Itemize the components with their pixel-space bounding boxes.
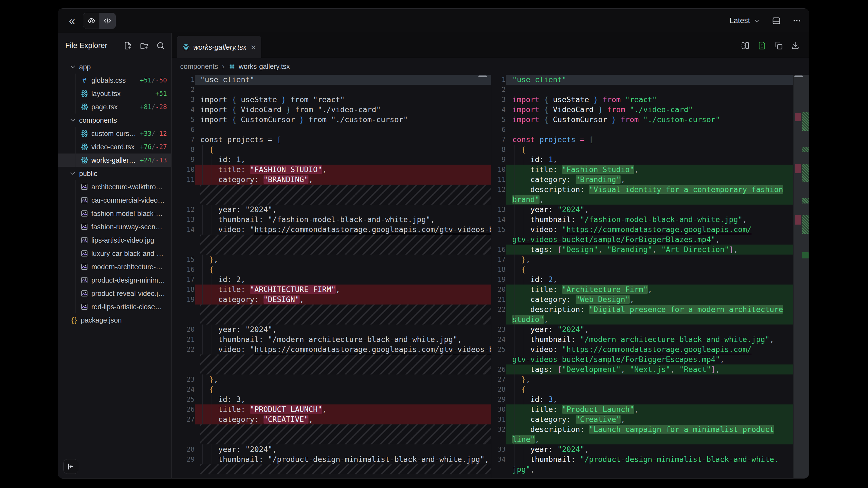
- code-text[interactable]: [506, 85, 793, 95]
- sidebar-item-custom-curs-[interactable]: custom-curs…+33/-12: [58, 127, 171, 140]
- code-text[interactable]: {: [506, 144, 793, 155]
- close-tab-icon[interactable]: ×: [251, 43, 256, 52]
- code-text[interactable]: studio",: [506, 315, 793, 325]
- split-editor-icon[interactable]: [741, 41, 750, 50]
- code-text[interactable]: tags: ["Development", "Next.js", "React"…: [506, 364, 793, 375]
- more-options-icon[interactable]: [792, 16, 802, 26]
- code-text[interactable]: year: "2024",: [195, 204, 491, 215]
- code-text[interactable]: import { useState } from "react": [195, 95, 491, 105]
- sidebar-item-package.json[interactable]: { }package.json: [58, 314, 171, 327]
- code-text[interactable]: description: "Visual identity for a cont…: [506, 185, 793, 195]
- sidebar-item-lips-artistic-video.jpg[interactable]: lips-artistic-video.jpg: [58, 233, 171, 247]
- code-text[interactable]: line",: [506, 434, 793, 445]
- scrollbar-thumb[interactable]: [795, 75, 803, 77]
- code-text[interactable]: import { useState } from "react": [506, 95, 793, 105]
- sidebar-item-page.tsx[interactable]: page.tsx+81/-28: [58, 100, 171, 113]
- code-text[interactable]: import { CustomCursor } from "./custom-c…: [506, 115, 793, 125]
- code-text[interactable]: const projects = [: [195, 135, 491, 144]
- collapse-panel-icon[interactable]: «: [65, 14, 79, 28]
- code-text[interactable]: title: "ARCHITECTURE FIRM",: [195, 285, 491, 295]
- code-text[interactable]: title: "Architecture Firm",: [506, 285, 793, 295]
- sidebar-folder-components[interactable]: components: [58, 113, 171, 127]
- code-text[interactable]: video: "https://commondatastorage.google…: [506, 225, 793, 234]
- code-text[interactable]: description: "Digital presence for a mod…: [506, 304, 793, 315]
- sidebar-item-architecture-walkthro-[interactable]: architecture-walkthro…: [58, 180, 171, 193]
- scrollbar-thumb[interactable]: [478, 75, 487, 77]
- code-text[interactable]: import { VideoCard } from "./video-card": [195, 105, 491, 115]
- code-text[interactable]: thumbnail: "/product-design-minimalist-b…: [195, 454, 491, 464]
- code-text[interactable]: jpg",: [506, 464, 793, 475]
- code-text[interactable]: const projects = [: [506, 135, 793, 144]
- code-text[interactable]: brand",: [506, 195, 793, 204]
- code-text[interactable]: },: [506, 375, 793, 385]
- code-text[interactable]: id: 1,: [506, 155, 793, 165]
- sidebar-item-car-commercial-video-[interactable]: car-commercial-video…: [58, 193, 171, 207]
- sidebar-item-globals.css[interactable]: #globals.css+51/-50: [58, 73, 171, 87]
- sidebar-item-modern-architecture-[interactable]: modern-architecture-…: [58, 260, 171, 273]
- code-text[interactable]: year: "2024",: [506, 445, 793, 454]
- sidebar-item-works-galler-[interactable]: works-galler…+24/-13: [58, 154, 171, 167]
- sidebar-item-video-card.tsx[interactable]: video-card.tsx+76/-27: [58, 140, 171, 154]
- code-text[interactable]: import { CustomCursor } from "./custom-c…: [195, 115, 491, 125]
- sidebar-folder-public[interactable]: public: [58, 167, 171, 180]
- code-text[interactable]: thumbnail: "/modern-architecture-black-a…: [195, 334, 491, 345]
- code-text[interactable]: year: "2024",: [195, 325, 491, 334]
- diff-overview-ruler[interactable]: [793, 75, 809, 478]
- breadcrumb-folder[interactable]: components: [180, 62, 218, 70]
- code-text[interactable]: video: "https://commondatastorage.google…: [506, 345, 793, 355]
- code-text[interactable]: thumbnail: "/fashion-model-black-and-whi…: [506, 215, 793, 225]
- download-icon[interactable]: [790, 41, 800, 50]
- code-text[interactable]: },: [195, 255, 491, 264]
- code-text[interactable]: thumbnail: "/modern-architecture-black-a…: [506, 334, 793, 345]
- sidebar-item-fashion-runway-scen-[interactable]: fashion-runway-scen…: [58, 220, 171, 233]
- code-text[interactable]: category: "DESIGN",: [195, 295, 491, 304]
- sidebar-item-luxury-car-black-and-[interactable]: luxury-car-black-and-…: [58, 247, 171, 260]
- code-text[interactable]: [195, 85, 491, 95]
- code-text[interactable]: year: "2024",: [506, 325, 793, 334]
- code-text[interactable]: thumbnail: "/fashion-model-black-and-whi…: [195, 215, 491, 225]
- code-text[interactable]: title: "Product Launch",: [506, 404, 793, 415]
- code-text[interactable]: },: [195, 375, 491, 385]
- sidebar-item-red-lips-artistic-close-[interactable]: red-lips-artistic-close…: [58, 300, 171, 314]
- code-text[interactable]: thumbnail: "/product-design-minimalist-b…: [506, 454, 793, 464]
- breadcrumb-file[interactable]: works-gallery.tsx: [228, 62, 290, 70]
- code-text[interactable]: id: 3,: [195, 394, 491, 404]
- code-text[interactable]: id: 3,: [506, 394, 793, 404]
- sidebar-item-layout.tsx[interactable]: layout.tsx+51: [58, 87, 171, 100]
- version-dropdown[interactable]: Latest: [730, 17, 761, 25]
- panel-layout-icon[interactable]: [772, 16, 781, 26]
- code-text[interactable]: title: "FASHION STUDIO",: [195, 165, 491, 174]
- code-text[interactable]: description: "Launch campaign for a mini…: [506, 424, 793, 434]
- code-text[interactable]: gtv-videos-bucket/sample/ForBiggerEscape…: [506, 355, 793, 364]
- code-text[interactable]: category: "Web Design",: [506, 295, 793, 304]
- code-text[interactable]: video: "https://commondatastorage.google…: [195, 225, 491, 234]
- code-text[interactable]: category: "CREATIVE",: [195, 415, 491, 424]
- code-text[interactable]: year: "2024",: [506, 204, 793, 215]
- code-text[interactable]: import { VideoCard } from "./video-card": [506, 105, 793, 115]
- code-text[interactable]: [195, 125, 491, 135]
- code-text[interactable]: title: "PRODUCT LAUNCH",: [195, 404, 491, 415]
- code-text[interactable]: gtv-videos-bucket/sample/ForBiggerBlazes…: [506, 234, 793, 245]
- code-text[interactable]: year: "2024",: [195, 445, 491, 454]
- file-diff-icon[interactable]: [757, 41, 767, 50]
- sidebar-item-product-design-minim-[interactable]: product-design-minim…: [58, 273, 171, 287]
- code-text[interactable]: {: [506, 385, 793, 394]
- new-folder-icon[interactable]: [140, 41, 149, 50]
- code-text[interactable]: {: [195, 264, 491, 274]
- code-text[interactable]: title: "Fashion Studio",: [506, 165, 793, 174]
- code-text[interactable]: },: [506, 255, 793, 264]
- code-text[interactable]: id: 1,: [195, 155, 491, 165]
- code-view-icon[interactable]: [99, 13, 116, 29]
- sidebar-item-fashion-model-black-[interactable]: fashion-model-black-…: [58, 207, 171, 220]
- sidebar-folder-app[interactable]: app: [58, 60, 171, 73]
- preview-eye-icon[interactable]: [83, 13, 99, 29]
- code-text[interactable]: category: "Creative",: [506, 415, 793, 424]
- code-text[interactable]: {: [195, 385, 491, 394]
- code-text[interactable]: category: "BRANDING",: [195, 174, 491, 185]
- new-file-icon[interactable]: [123, 41, 132, 50]
- code-text[interactable]: "use client": [506, 75, 793, 85]
- code-text[interactable]: {: [195, 144, 491, 155]
- code-text[interactable]: video: "https://commondatastorage.google…: [195, 345, 491, 355]
- code-text[interactable]: [506, 125, 793, 135]
- search-icon[interactable]: [156, 41, 165, 50]
